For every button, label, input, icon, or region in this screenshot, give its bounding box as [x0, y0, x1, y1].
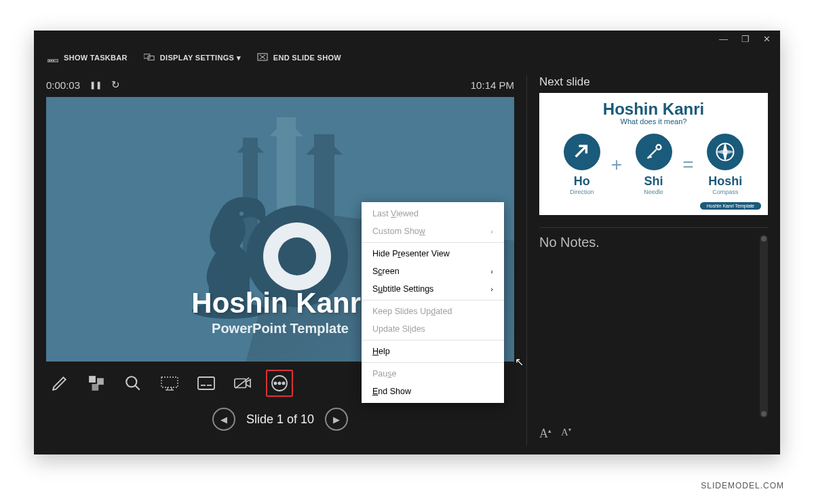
svg-point-14	[126, 376, 136, 387]
elapsed-time: 0:00:03	[46, 79, 80, 91]
show-taskbar-button[interactable]: SHOW TASKBAR	[47, 53, 128, 62]
menu-help[interactable]: Help	[362, 343, 504, 360]
svg-rect-12	[97, 378, 104, 385]
next-slide-badge: Hoshin Kanri Template	[700, 202, 761, 210]
compass-icon	[707, 134, 743, 170]
svg-rect-3	[53, 60, 54, 61]
watermark: SLIDEMODEL.COM	[701, 481, 784, 490]
more-options-button[interactable]	[266, 370, 293, 397]
menu-hide-presenter-view[interactable]: Hide Presenter View	[362, 245, 504, 263]
top-toolbar: SHOW TASKBAR DISPLAY SETTINGS ▾ END SLID…	[34, 47, 780, 69]
menu-end-show[interactable]: End Show	[362, 383, 504, 400]
svg-point-27	[278, 382, 280, 384]
svg-point-28	[282, 382, 284, 384]
next-slide-button[interactable]: ▶	[325, 408, 348, 431]
taskbar-icon	[47, 53, 58, 62]
next-slide-subtitle: What does it mean?	[539, 117, 768, 125]
displays-icon	[144, 53, 155, 62]
camera-off-button[interactable]	[229, 370, 256, 397]
right-column: Next slide Hoshin Kanri What does it mea…	[526, 75, 768, 445]
timer-row: 0:00:03 ❚❚ ↻ 10:14 PM	[46, 75, 514, 94]
svg-rect-23	[235, 379, 246, 388]
svg-rect-2	[51, 60, 52, 61]
notes-placeholder: No Notes.	[539, 235, 600, 250]
display-settings-button[interactable]: DISPLAY SETTINGS ▾	[144, 53, 241, 62]
menu-screen[interactable]: Screen›	[362, 263, 504, 280]
svg-rect-1	[49, 60, 50, 61]
end-slide-show-button[interactable]: END SLIDE SHOW	[257, 53, 341, 62]
close-button[interactable]: ✕	[763, 34, 771, 44]
equals-icon: =	[682, 154, 696, 176]
svg-rect-11	[89, 376, 96, 383]
notes-scrollbar[interactable]	[760, 235, 768, 418]
next-slide-item-hoshi: Hoshi Compass	[696, 134, 754, 195]
restart-timer-button[interactable]: ↻	[111, 79, 120, 91]
menu-keep-slides-updated: Keep Slides Updated	[362, 303, 504, 320]
content-area: 0:00:03 ❚❚ ↻ 10:14 PM Hoshin Kanri	[34, 69, 780, 454]
next-slide-item-shi: Shi Needle	[625, 134, 683, 195]
menu-last-viewed: Last Viewed	[362, 205, 504, 222]
svg-line-15	[135, 385, 140, 390]
more-options-context-menu: Last Viewed Custom Show› Hide Presenter …	[362, 202, 504, 403]
toggle-subtitles-button[interactable]	[193, 370, 220, 397]
presenter-view-window: — ❐ ✕ SHOW TASKBAR DISPLAY SETTINGS ▾ EN…	[34, 31, 780, 454]
left-column: 0:00:03 ❚❚ ↻ 10:14 PM Hoshin Kanri	[46, 75, 514, 445]
clock-time: 10:14 PM	[471, 79, 514, 91]
current-slide-preview[interactable]: Hoshin Kanri PowerPoint Template Last Vi…	[46, 97, 514, 362]
plus-icon: +	[611, 154, 625, 176]
svg-rect-13	[92, 384, 99, 391]
cursor-icon: ↖	[515, 355, 524, 368]
display-settings-label: DISPLAY SETTINGS ▾	[160, 54, 241, 62]
svg-point-26	[274, 382, 276, 384]
next-slide-title: Hoshin Kanri	[539, 100, 768, 119]
black-screen-button[interactable]	[156, 370, 183, 397]
restore-button[interactable]: ❐	[741, 34, 750, 44]
svg-point-10	[239, 212, 244, 216]
minimize-button[interactable]: —	[719, 34, 728, 44]
notes-pane[interactable]: No Notes. A▴ A▾	[539, 227, 768, 445]
decrease-font-button[interactable]: A▾	[561, 427, 571, 441]
end-slide-show-label: END SLIDE SHOW	[273, 54, 341, 62]
next-slide-thumbnail[interactable]: Hoshin Kanri What does it mean? Ho Direc…	[539, 93, 768, 215]
font-size-controls: A▴ A▾	[539, 427, 571, 441]
menu-update-slides: Update Slides	[362, 320, 504, 338]
svg-rect-20	[198, 377, 214, 389]
slide-counter: Slide 1 of 10	[246, 412, 314, 426]
increase-font-button[interactable]: A▴	[539, 427, 551, 441]
show-taskbar-label: SHOW TASKBAR	[64, 54, 128, 62]
menu-subtitle-settings[interactable]: Subtitle Settings›	[362, 280, 504, 298]
see-all-slides-button[interactable]	[83, 370, 110, 397]
zoom-tool-button[interactable]	[119, 370, 147, 397]
next-slide-item-ho: Ho Direction	[553, 134, 611, 195]
pen-tool-button[interactable]	[46, 370, 73, 397]
needle-icon	[636, 134, 672, 170]
window-titlebar: — ❐ ✕	[34, 31, 780, 47]
menu-custom-show: Custom Show›	[362, 222, 504, 240]
pause-timer-button[interactable]: ❚❚	[90, 81, 102, 90]
previous-slide-button[interactable]: ◀	[212, 408, 235, 431]
pager-row: ◀ Slide 1 of 10 ▶	[46, 408, 514, 431]
end-show-icon	[257, 53, 268, 62]
arrow-up-right-icon	[564, 134, 600, 170]
next-slide-content-row: Ho Direction + Shi Needle =	[539, 134, 768, 195]
svg-point-29	[656, 145, 661, 150]
next-slide-heading: Next slide	[539, 75, 768, 89]
menu-pause: Pause	[362, 365, 504, 383]
svg-rect-16	[161, 377, 178, 387]
